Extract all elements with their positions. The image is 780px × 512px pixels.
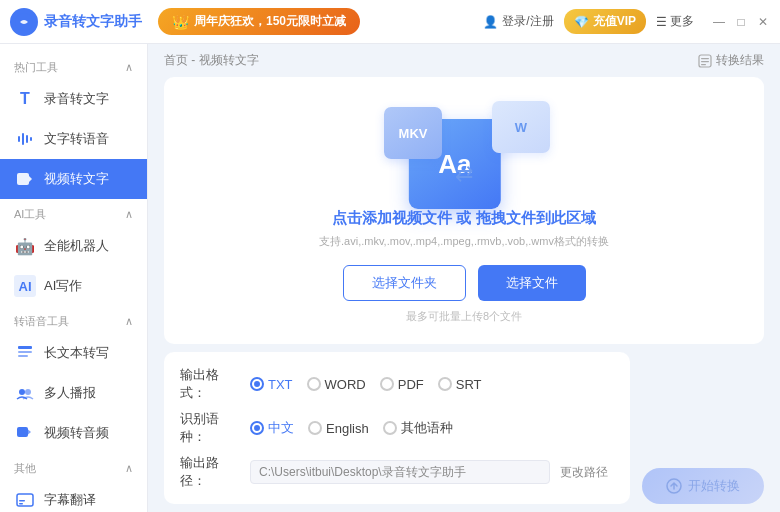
vip-button[interactable]: 💎 充值VIP [564, 9, 646, 34]
ai-tools-header: AI工具 ∧ [0, 199, 147, 226]
path-input[interactable] [250, 460, 550, 484]
sidebar-item-multi-broadcast[interactable]: 多人播报 [0, 373, 147, 413]
user-icon: 👤 [483, 15, 498, 29]
sidebar-label-record: 录音转文字 [44, 90, 109, 108]
maximize-button[interactable]: □ [734, 15, 748, 29]
svg-rect-8 [18, 351, 32, 353]
sidebar-item-video-to-text[interactable]: 视频转文字 [0, 159, 147, 199]
collapse-other-icon: ∧ [125, 462, 133, 475]
titlebar-right: 👤 登录/注册 💎 充值VIP ☰ 更多 — □ ✕ [483, 9, 770, 34]
upload-main-text: 点击添加视频文件 或 拖拽文件到此区域 [332, 209, 595, 228]
convert-arrows-icon: ⇄ [455, 161, 473, 187]
sidebar-item-video-to-audio[interactable]: 视频转音频 [0, 413, 147, 453]
radio-zh-dot [250, 421, 264, 435]
main-layout: 热门工具 ∧ T 录音转文字 文字转语音 视频转文字 AI工具 ∧ 🤖 全能机器… [0, 44, 780, 512]
collapse-conv-icon: ∧ [125, 315, 133, 328]
sidebar: 热门工具 ∧ T 录音转文字 文字转语音 视频转文字 AI工具 ∧ 🤖 全能机器… [0, 44, 148, 512]
svg-rect-20 [701, 64, 706, 65]
svg-rect-15 [19, 500, 25, 502]
svg-rect-2 [22, 133, 24, 145]
promo-banner[interactable]: 👑 周年庆狂欢，150元限时立减 [158, 8, 360, 35]
radio-word-dot [307, 377, 321, 391]
longtext-icon [14, 342, 36, 364]
select-file-button[interactable]: 选择文件 [478, 265, 586, 301]
sidebar-label-writing: AI写作 [44, 277, 82, 295]
wave-icon [14, 128, 36, 150]
menu-icon: ☰ [656, 15, 667, 29]
start-btn-label: 开始转换 [688, 477, 740, 495]
minimize-button[interactable]: — [712, 15, 726, 29]
more-button[interactable]: ☰ 更多 [656, 13, 694, 30]
sidebar-item-ai-writing[interactable]: AI AI写作 [0, 266, 147, 306]
breadcrumb-bar: 首页 - 视频转文字 转换结果 [148, 44, 780, 77]
radio-other-dot [383, 421, 397, 435]
sidebar-label-subtitle: 字幕翻译 [44, 491, 96, 509]
sidebar-item-subtitle-translate[interactable]: 字幕翻译 [0, 480, 147, 512]
box-right-label: W [515, 120, 527, 135]
video-icon [14, 168, 36, 190]
illus-box-left: MKV [384, 107, 442, 159]
box-left-label: MKV [399, 126, 428, 141]
svg-marker-6 [29, 176, 32, 182]
format-row: 输出格式： TXT WORD PDF [180, 362, 614, 406]
upload-zone[interactable]: MKV W ⇄ Aa 点击添加视频文件 或 拖拽文件到此区域 支持.avi,.m… [164, 77, 764, 344]
sidebar-label-v2a: 视频转音频 [44, 424, 109, 442]
svg-rect-18 [701, 58, 709, 59]
format-word[interactable]: WORD [307, 377, 366, 392]
language-label: 识别语种： [180, 410, 240, 446]
sidebar-item-text-to-speech[interactable]: 文字转语音 [0, 119, 147, 159]
svg-rect-7 [18, 346, 32, 349]
sidebar-item-record-to-text[interactable]: T 录音转文字 [0, 79, 147, 119]
svg-rect-16 [19, 503, 23, 505]
upload-illustration: MKV W ⇄ Aa [354, 97, 574, 209]
upload-sub-text: 支持.avi,.mkv,.mov,.mp4,.mpeg,.rmvb,.vob,.… [319, 234, 609, 249]
other-header: 其他 ∧ [0, 453, 147, 480]
svg-rect-19 [701, 61, 709, 62]
titlebar: 录音转文字助手 👑 周年庆狂欢，150元限时立减 👤 登录/注册 💎 充值VIP… [0, 0, 780, 44]
ai-write-icon: AI [14, 275, 36, 297]
login-label: 登录/注册 [502, 13, 553, 30]
svg-rect-4 [30, 137, 32, 141]
result-label: 转换结果 [716, 52, 764, 69]
result-icon [698, 54, 712, 68]
sidebar-label-tts: 文字转语音 [44, 130, 109, 148]
svg-rect-9 [18, 355, 28, 357]
radio-txt-dot [250, 377, 264, 391]
radio-pdf-dot [380, 377, 394, 391]
lang-other[interactable]: 其他语种 [383, 419, 453, 437]
svg-rect-3 [26, 135, 28, 143]
path-row: 输出路径： 更改路径 [180, 450, 614, 494]
sidebar-label-robot: 全能机器人 [44, 237, 109, 255]
login-button[interactable]: 👤 登录/注册 [483, 13, 553, 30]
result-link[interactable]: 转换结果 [698, 52, 764, 69]
upload-hint: 最多可批量上传8个文件 [406, 309, 522, 324]
sidebar-item-ai-robot[interactable]: 🤖 全能机器人 [0, 226, 147, 266]
select-folder-button[interactable]: 选择文件夹 [343, 265, 466, 301]
lang-chinese[interactable]: 中文 [250, 419, 294, 437]
format-pdf[interactable]: PDF [380, 377, 424, 392]
illus-box-right: W [492, 101, 550, 153]
app-logo: 录音转文字助手 [10, 8, 142, 36]
change-path-button[interactable]: 更改路径 [560, 464, 608, 481]
vip-label: 充值VIP [593, 13, 636, 30]
format-srt[interactable]: SRT [438, 377, 482, 392]
diamond-icon: 💎 [574, 15, 589, 29]
collapse-icon: ∧ [125, 61, 133, 74]
window-controls: — □ ✕ [712, 15, 770, 29]
close-button[interactable]: ✕ [756, 15, 770, 29]
collapse-ai-icon: ∧ [125, 208, 133, 221]
multi-icon [14, 382, 36, 404]
start-convert-button[interactable]: 开始转换 [642, 468, 764, 504]
app-title: 录音转文字助手 [44, 13, 142, 31]
hot-tools-header: 热门工具 ∧ [0, 52, 147, 79]
lang-english[interactable]: English [308, 421, 369, 436]
svg-point-11 [25, 389, 31, 395]
sidebar-label-v2t: 视频转文字 [44, 170, 109, 188]
sidebar-label-longtext: 长文本转写 [44, 344, 109, 362]
language-options: 中文 English 其他语种 [250, 419, 614, 437]
radio-en-dot [308, 421, 322, 435]
format-txt[interactable]: TXT [250, 377, 293, 392]
more-label: 更多 [670, 13, 694, 30]
robot-icon: 🤖 [14, 235, 36, 257]
sidebar-item-long-text[interactable]: 长文本转写 [0, 333, 147, 373]
